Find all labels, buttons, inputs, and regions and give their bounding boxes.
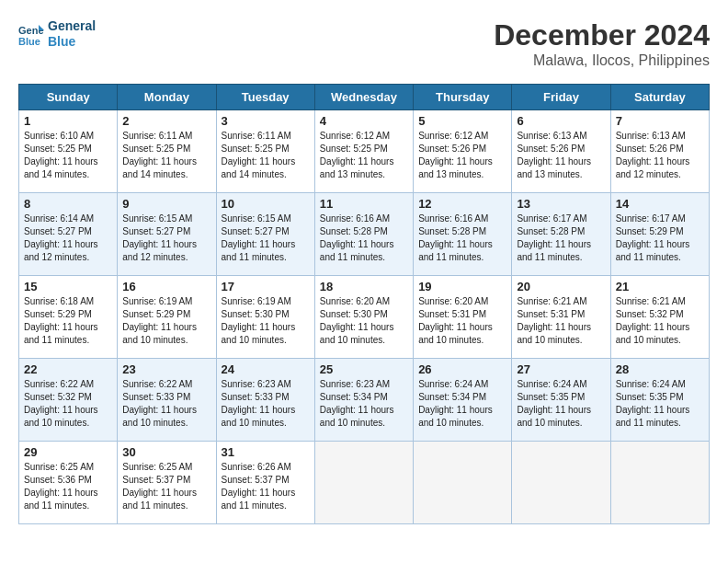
day-info: Sunrise: 6:26 AM Sunset: 5:37 PM Dayligh… <box>222 461 310 512</box>
calendar-week-row: 29Sunrise: 6:25 AM Sunset: 5:36 PM Dayli… <box>19 442 710 524</box>
calendar-day-header: Friday <box>512 85 610 110</box>
day-info: Sunrise: 6:24 AM Sunset: 5:35 PM Dayligh… <box>616 378 704 430</box>
day-number: 28 <box>616 362 704 376</box>
logo: General Blue General Blue <box>18 18 96 50</box>
page-header: General Blue General Blue December 2024 … <box>18 18 710 69</box>
day-number: 27 <box>517 362 605 376</box>
calendar-cell: 3Sunrise: 6:11 AM Sunset: 5:25 PM Daylig… <box>216 110 314 193</box>
calendar-cell: 16Sunrise: 6:19 AM Sunset: 5:29 PM Dayli… <box>118 276 216 359</box>
calendar-cell: 2Sunrise: 6:11 AM Sunset: 5:25 PM Daylig… <box>118 110 216 193</box>
day-number: 24 <box>222 362 310 376</box>
day-number: 14 <box>616 197 704 211</box>
day-info: Sunrise: 6:16 AM Sunset: 5:28 PM Dayligh… <box>320 213 408 264</box>
calendar-cell <box>414 442 512 524</box>
logo-icon: General Blue <box>18 21 44 47</box>
logo-general: General <box>48 18 96 34</box>
calendar-cell <box>314 442 413 524</box>
day-info: Sunrise: 6:12 AM Sunset: 5:26 PM Dayligh… <box>418 130 506 181</box>
day-number: 10 <box>222 197 310 211</box>
day-info: Sunrise: 6:23 AM Sunset: 5:33 PM Dayligh… <box>222 378 310 430</box>
day-number: 13 <box>517 197 605 211</box>
calendar-week-row: 22Sunrise: 6:22 AM Sunset: 5:32 PM Dayli… <box>19 359 710 442</box>
calendar-cell: 21Sunrise: 6:21 AM Sunset: 5:32 PM Dayli… <box>610 276 709 359</box>
location-title: Malawa, Ilocos, Philippines <box>494 52 710 69</box>
day-info: Sunrise: 6:16 AM Sunset: 5:28 PM Dayligh… <box>418 213 506 264</box>
calendar-week-row: 1Sunrise: 6:10 AM Sunset: 5:25 PM Daylig… <box>19 110 710 193</box>
calendar-cell: 4Sunrise: 6:12 AM Sunset: 5:25 PM Daylig… <box>314 110 413 193</box>
day-info: Sunrise: 6:21 AM Sunset: 5:32 PM Dayligh… <box>616 295 704 347</box>
calendar-cell: 28Sunrise: 6:24 AM Sunset: 5:35 PM Dayli… <box>610 359 709 442</box>
calendar-cell: 6Sunrise: 6:13 AM Sunset: 5:26 PM Daylig… <box>512 110 610 193</box>
calendar-cell: 29Sunrise: 6:25 AM Sunset: 5:36 PM Dayli… <box>19 442 118 524</box>
day-number: 19 <box>418 280 506 293</box>
day-info: Sunrise: 6:24 AM Sunset: 5:34 PM Dayligh… <box>418 378 506 430</box>
day-number: 3 <box>222 114 310 128</box>
day-number: 26 <box>418 362 506 376</box>
day-number: 9 <box>122 197 210 211</box>
calendar-cell: 26Sunrise: 6:24 AM Sunset: 5:34 PM Dayli… <box>414 359 512 442</box>
calendar-day-header: Thursday <box>414 85 512 110</box>
calendar-cell: 10Sunrise: 6:15 AM Sunset: 5:27 PM Dayli… <box>216 193 314 276</box>
day-info: Sunrise: 6:11 AM Sunset: 5:25 PM Dayligh… <box>122 130 210 181</box>
day-info: Sunrise: 6:10 AM Sunset: 5:25 PM Dayligh… <box>24 130 112 181</box>
calendar-cell: 11Sunrise: 6:16 AM Sunset: 5:28 PM Dayli… <box>314 193 413 276</box>
day-info: Sunrise: 6:19 AM Sunset: 5:30 PM Dayligh… <box>222 295 310 347</box>
day-number: 22 <box>24 362 112 376</box>
calendar-cell: 30Sunrise: 6:25 AM Sunset: 5:37 PM Dayli… <box>118 442 216 524</box>
calendar-cell: 8Sunrise: 6:14 AM Sunset: 5:27 PM Daylig… <box>19 193 118 276</box>
day-number: 21 <box>616 280 704 293</box>
calendar-day-header: Sunday <box>19 85 118 110</box>
calendar-cell: 12Sunrise: 6:16 AM Sunset: 5:28 PM Dayli… <box>414 193 512 276</box>
day-number: 8 <box>24 197 112 211</box>
calendar-cell: 1Sunrise: 6:10 AM Sunset: 5:25 PM Daylig… <box>19 110 118 193</box>
calendar-cell: 22Sunrise: 6:22 AM Sunset: 5:32 PM Dayli… <box>19 359 118 442</box>
svg-text:Blue: Blue <box>18 36 40 47</box>
day-info: Sunrise: 6:13 AM Sunset: 5:26 PM Dayligh… <box>616 130 704 181</box>
day-number: 23 <box>122 362 210 376</box>
calendar-cell: 19Sunrise: 6:20 AM Sunset: 5:31 PM Dayli… <box>414 276 512 359</box>
calendar-cell: 9Sunrise: 6:15 AM Sunset: 5:27 PM Daylig… <box>118 193 216 276</box>
day-number: 17 <box>222 280 310 293</box>
day-info: Sunrise: 6:15 AM Sunset: 5:27 PM Dayligh… <box>222 213 310 264</box>
day-number: 7 <box>616 114 704 128</box>
day-info: Sunrise: 6:21 AM Sunset: 5:31 PM Dayligh… <box>517 295 605 347</box>
day-number: 2 <box>122 114 210 128</box>
calendar-cell <box>512 442 610 524</box>
calendar-table: SundayMondayTuesdayWednesdayThursdayFrid… <box>18 84 710 524</box>
day-number: 25 <box>320 362 408 376</box>
day-number: 29 <box>24 445 112 459</box>
calendar-cell: 13Sunrise: 6:17 AM Sunset: 5:28 PM Dayli… <box>512 193 610 276</box>
day-number: 30 <box>122 445 210 459</box>
calendar-week-row: 8Sunrise: 6:14 AM Sunset: 5:27 PM Daylig… <box>19 193 710 276</box>
day-info: Sunrise: 6:13 AM Sunset: 5:26 PM Dayligh… <box>517 130 605 181</box>
calendar-day-header: Wednesday <box>314 85 413 110</box>
calendar-cell: 24Sunrise: 6:23 AM Sunset: 5:33 PM Dayli… <box>216 359 314 442</box>
calendar-cell: 25Sunrise: 6:23 AM Sunset: 5:34 PM Dayli… <box>314 359 413 442</box>
calendar-day-header: Tuesday <box>216 85 314 110</box>
day-number: 12 <box>418 197 506 211</box>
day-info: Sunrise: 6:11 AM Sunset: 5:25 PM Dayligh… <box>222 130 310 181</box>
day-info: Sunrise: 6:22 AM Sunset: 5:33 PM Dayligh… <box>122 378 210 430</box>
calendar-cell: 27Sunrise: 6:24 AM Sunset: 5:35 PM Dayli… <box>512 359 610 442</box>
month-title: December 2024 <box>494 18 710 52</box>
calendar-cell <box>610 442 709 524</box>
day-info: Sunrise: 6:19 AM Sunset: 5:29 PM Dayligh… <box>122 295 210 347</box>
day-number: 20 <box>517 280 605 293</box>
day-info: Sunrise: 6:23 AM Sunset: 5:34 PM Dayligh… <box>320 378 408 430</box>
day-number: 16 <box>122 280 210 293</box>
day-info: Sunrise: 6:20 AM Sunset: 5:31 PM Dayligh… <box>418 295 506 347</box>
day-number: 6 <box>517 114 605 128</box>
logo-blue: Blue <box>48 34 96 50</box>
day-number: 18 <box>320 280 408 293</box>
day-number: 5 <box>418 114 506 128</box>
calendar-body: 1Sunrise: 6:10 AM Sunset: 5:25 PM Daylig… <box>19 110 710 524</box>
day-info: Sunrise: 6:25 AM Sunset: 5:37 PM Dayligh… <box>122 461 210 512</box>
calendar-cell: 5Sunrise: 6:12 AM Sunset: 5:26 PM Daylig… <box>414 110 512 193</box>
day-number: 11 <box>320 197 408 211</box>
day-info: Sunrise: 6:22 AM Sunset: 5:32 PM Dayligh… <box>24 378 112 430</box>
calendar-day-header: Saturday <box>610 85 709 110</box>
day-info: Sunrise: 6:17 AM Sunset: 5:28 PM Dayligh… <box>517 213 605 264</box>
day-info: Sunrise: 6:25 AM Sunset: 5:36 PM Dayligh… <box>24 461 112 512</box>
day-info: Sunrise: 6:14 AM Sunset: 5:27 PM Dayligh… <box>24 213 112 264</box>
calendar-cell: 7Sunrise: 6:13 AM Sunset: 5:26 PM Daylig… <box>610 110 709 193</box>
